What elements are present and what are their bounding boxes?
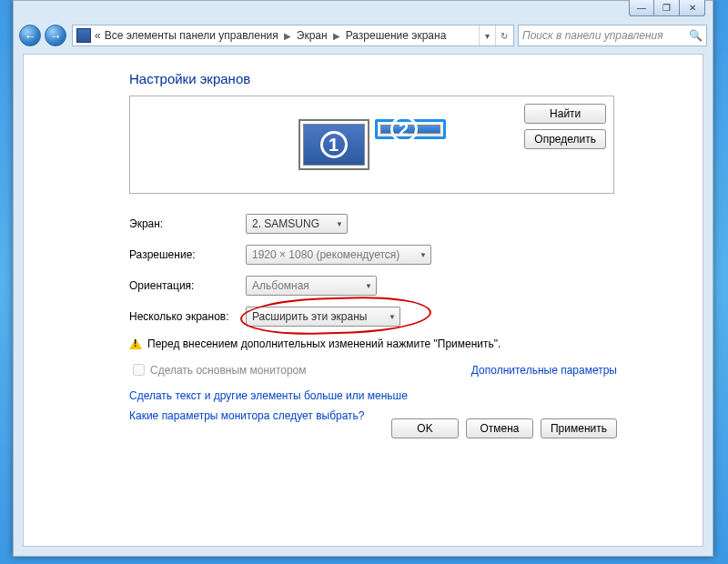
screen-label: Экран: (129, 217, 246, 230)
page-title: Настройки экранов (129, 71, 617, 86)
chevron-down-icon: ▼ (389, 313, 396, 321)
multiple-displays-select[interactable]: Расширить эти экраны▼ (246, 307, 400, 327)
monitor-1[interactable]: 1 (298, 119, 369, 170)
resolution-label: Разрешение: (129, 248, 246, 261)
nav-back-button[interactable]: ← (19, 25, 41, 46)
refresh-button[interactable]: ↻ (495, 25, 511, 45)
nav-forward-button[interactable]: → (45, 25, 66, 46)
ok-button[interactable]: OK (391, 418, 459, 438)
window-caption-buttons: — ❐ ✕ (629, 0, 705, 16)
chevron-right-icon[interactable]: ▶ (329, 31, 344, 41)
toolbar: ← → « Все элементы панели управления ▶ Э… (19, 23, 707, 48)
chevron-down-icon: ▼ (365, 282, 372, 290)
breadcrumb-display[interactable]: Экран (295, 29, 329, 42)
location-icon (76, 28, 91, 43)
search-placeholder: Поиск в панели управления (522, 29, 663, 42)
address-dropdown-icon[interactable]: ▾ (479, 25, 495, 45)
content-panel: Настройки экранов 1 2 Найти Определить (23, 54, 703, 547)
orientation-select[interactable]: Альбомная▼ (246, 276, 377, 296)
chevron-down-icon: ▼ (336, 220, 343, 228)
address-bar[interactable]: « Все элементы панели управления ▶ Экран… (72, 25, 514, 46)
text-size-link[interactable]: Сделать текст и другие элементы больше и… (129, 389, 617, 402)
warning-text: Перед внесением дополнительных изменений… (147, 337, 500, 350)
warning-icon (129, 338, 142, 349)
cancel-button[interactable]: Отмена (466, 418, 533, 438)
close-button[interactable]: ✕ (680, 0, 705, 16)
make-primary-label: Сделать основным монитором (150, 364, 307, 377)
minimize-button[interactable]: — (629, 0, 654, 16)
display-arrangement-box[interactable]: 1 2 Найти Определить (129, 96, 614, 194)
monitor-2[interactable]: 2 (375, 119, 446, 139)
maximize-button[interactable]: ❐ (654, 0, 680, 16)
make-primary-checkbox (133, 364, 145, 376)
detect-button[interactable]: Определить (524, 129, 606, 149)
monitor-2-number: 2 (390, 116, 418, 143)
warning-row: Перед внесением дополнительных изменений… (129, 337, 617, 350)
orientation-label: Ориентация: (129, 279, 246, 292)
breadcrumb-resolution[interactable]: Разрешение экрана (344, 29, 449, 42)
screen-select[interactable]: 2. SAMSUNG▼ (246, 214, 348, 234)
search-input[interactable]: Поиск в панели управления 🔍 (518, 25, 707, 46)
chevron-right-icon[interactable]: ▶ (280, 31, 295, 41)
dialog-button-bar: OK Отмена Применить (391, 418, 617, 438)
breadcrumb-all-items[interactable]: Все элементы панели управления (103, 29, 280, 42)
nav-buttons: ← → (19, 25, 66, 46)
apply-button[interactable]: Применить (541, 418, 617, 438)
advanced-settings-link[interactable]: Дополнительные параметры (471, 364, 617, 377)
control-panel-window: — ❐ ✕ ← → « Все элементы панели управлен… (13, 0, 713, 557)
search-icon[interactable]: 🔍 (689, 29, 703, 42)
multi-label: Несколько экранов: (129, 310, 246, 323)
breadcrumb-lead: « (95, 29, 101, 42)
find-button[interactable]: Найти (524, 104, 606, 124)
monitor-1-number: 1 (320, 131, 348, 158)
chevron-down-icon: ▼ (420, 251, 427, 259)
resolution-select[interactable]: 1920 × 1080 (рекомендуется)▼ (246, 245, 431, 265)
